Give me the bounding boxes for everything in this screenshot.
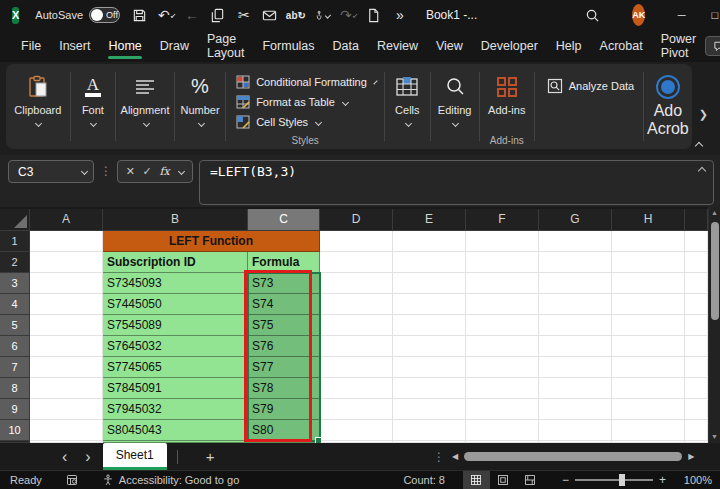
- ribbon-tab-review[interactable]: Review: [368, 30, 427, 62]
- cell-F5[interactable]: [466, 315, 539, 336]
- spelling-icon[interactable]: ab↻: [288, 7, 304, 23]
- cell-A10[interactable]: [30, 420, 103, 441]
- zoom-out-button[interactable]: −: [558, 473, 573, 487]
- cell-E6[interactable]: [393, 336, 466, 357]
- cell-C7[interactable]: S77: [248, 357, 320, 378]
- cell-E4[interactable]: [393, 294, 466, 315]
- horizontal-scroll-thumb[interactable]: [464, 452, 682, 461]
- cell-E8[interactable]: [393, 378, 466, 399]
- cell-C6[interactable]: S76: [248, 336, 320, 357]
- cell-partial-6[interactable]: [685, 336, 708, 357]
- cell-F2[interactable]: [466, 252, 539, 273]
- cell-partial-10[interactable]: [685, 420, 708, 441]
- cell-partial-8[interactable]: [685, 378, 708, 399]
- cell-F8[interactable]: [466, 378, 539, 399]
- cell-F9[interactable]: [466, 399, 539, 420]
- cell-G5[interactable]: [539, 315, 612, 336]
- cell-E10[interactable]: [393, 420, 466, 441]
- cell-C3[interactable]: S73: [248, 273, 320, 294]
- ribbon-tab-acrobat[interactable]: Acrobat: [591, 30, 652, 62]
- search-icon[interactable]: [585, 7, 600, 23]
- comments-button[interactable]: [705, 36, 720, 56]
- cell-C9[interactable]: S79: [248, 399, 320, 420]
- cell-C8[interactable]: S78: [248, 378, 320, 399]
- column-header-f[interactable]: F: [466, 209, 539, 231]
- column-header-g[interactable]: G: [539, 209, 612, 231]
- accessibility-status[interactable]: Accessibility: Good to go: [102, 474, 239, 486]
- ribbon-tab-insert[interactable]: Insert: [50, 30, 99, 62]
- cell-C4[interactable]: S74: [248, 294, 320, 315]
- cell-H8[interactable]: [612, 378, 685, 399]
- column-header-c[interactable]: C: [248, 209, 320, 231]
- styles-item-conditional-formatting[interactable]: Conditional Formatting: [236, 72, 376, 92]
- name-box[interactable]: C3: [8, 160, 94, 183]
- horizontal-scrollbar[interactable]: ◀ ▶: [452, 443, 712, 470]
- cell-G2[interactable]: [539, 252, 612, 273]
- ribbon-tab-formulas[interactable]: Formulas: [253, 30, 323, 62]
- ribbon-group-cells[interactable]: Cells: [385, 64, 429, 149]
- insert-function-icon[interactable]: fx: [159, 165, 169, 178]
- save-icon[interactable]: [132, 7, 148, 23]
- ribbon-group-number[interactable]: %Number: [175, 64, 225, 149]
- email-icon[interactable]: [262, 7, 278, 23]
- scroll-down-icon[interactable]: ▼: [711, 431, 718, 443]
- cell-D5[interactable]: [320, 315, 393, 336]
- ribbon-tab-view[interactable]: View: [427, 30, 472, 62]
- cell-A5[interactable]: [30, 315, 103, 336]
- collapse-ribbon-button[interactable]: [696, 135, 712, 149]
- column-header-a[interactable]: A: [30, 209, 103, 231]
- cell-D6[interactable]: [320, 336, 393, 357]
- ribbon-group-add-ins[interactable]: Add-insAdd-ins: [480, 64, 534, 149]
- cell-E1[interactable]: [393, 231, 466, 252]
- cell-B6[interactable]: S7645032: [103, 336, 248, 357]
- cell-G1[interactable]: [539, 231, 612, 252]
- cell-D2[interactable]: [320, 252, 393, 273]
- cancel-icon[interactable]: ✕: [126, 165, 135, 178]
- new-sheet-button[interactable]: +: [206, 448, 215, 465]
- ribbon-tab-page-layout[interactable]: Page Layout: [198, 30, 254, 62]
- cell-H1[interactable]: [612, 231, 685, 252]
- row-header-9[interactable]: 9: [0, 399, 30, 420]
- cell-H9[interactable]: [612, 399, 685, 420]
- cell-D10[interactable]: [320, 420, 393, 441]
- cell-partial-7[interactable]: [685, 357, 708, 378]
- minimize-button[interactable]: ─: [665, 0, 698, 30]
- cell-E3[interactable]: [393, 273, 466, 294]
- row-header-1[interactable]: 1: [0, 231, 30, 252]
- ribbon-tab-file[interactable]: File: [12, 30, 50, 62]
- cell-partial-3[interactable]: [685, 273, 708, 294]
- column-header-partial[interactable]: [685, 209, 708, 231]
- cell-D9[interactable]: [320, 399, 393, 420]
- cell-partial-4[interactable]: [685, 294, 708, 315]
- zoom-level[interactable]: 100%: [670, 474, 712, 486]
- column-header-e[interactable]: E: [393, 209, 466, 231]
- row-header-4[interactable]: 4: [0, 294, 30, 315]
- cell-A6[interactable]: [30, 336, 103, 357]
- ribbon-tab-data[interactable]: Data: [324, 30, 368, 62]
- column-header-d[interactable]: D: [320, 209, 393, 231]
- cell-B1-merged-title[interactable]: LEFT Function: [103, 231, 320, 252]
- scroll-right-icon[interactable]: ▶: [688, 452, 694, 461]
- cell-A8[interactable]: [30, 378, 103, 399]
- cell-B9[interactable]: S7945032: [103, 399, 248, 420]
- zoom-slider-thumb[interactable]: [619, 474, 625, 486]
- vertical-scrollbar[interactable]: ▲ ▼: [708, 207, 720, 443]
- ribbon-tab-help[interactable]: Help: [547, 30, 591, 62]
- cell-E5[interactable]: [393, 315, 466, 336]
- row-header-7[interactable]: 7: [0, 357, 30, 378]
- cell-F1[interactable]: [466, 231, 539, 252]
- cell-H6[interactable]: [612, 336, 685, 357]
- cell-E7[interactable]: [393, 357, 466, 378]
- row-header-2[interactable]: 2: [0, 252, 30, 273]
- cell-B8[interactable]: S7845091: [103, 378, 248, 399]
- ribbon-tab-draw[interactable]: Draw: [151, 30, 198, 62]
- column-header-h[interactable]: H: [612, 209, 685, 231]
- cell-A2[interactable]: [30, 252, 103, 273]
- select-all-button[interactable]: [0, 209, 30, 231]
- zoom-in-button[interactable]: +: [655, 473, 670, 487]
- maximize-button[interactable]: □: [698, 0, 720, 30]
- next-sheet-icon[interactable]: ›: [85, 450, 90, 464]
- cell-F10[interactable]: [466, 420, 539, 441]
- cell-A3[interactable]: [30, 273, 103, 294]
- cell-B2[interactable]: Subscription ID: [103, 252, 248, 273]
